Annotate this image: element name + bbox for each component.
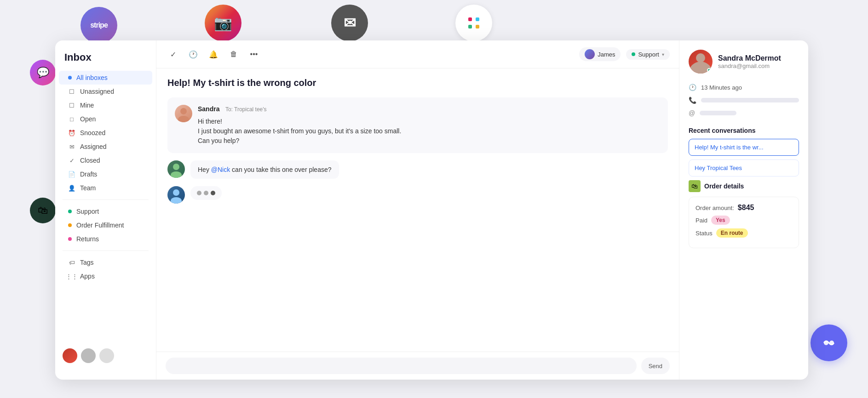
sender-name-1: Sandra To: Tropical tee's — [198, 105, 401, 113]
sidebar-divider — [63, 199, 149, 200]
send-button[interactable]: Send — [641, 358, 670, 374]
sidebar-item-all-inboxes[interactable]: All inboxes — [59, 71, 152, 85]
sidebar-item-unassigned[interactable]: ☐ Unassigned — [59, 85, 152, 98]
order-amount-value: $845 — [738, 204, 754, 212]
notification-button[interactable]: 🔔 — [206, 47, 221, 62]
agent-message-text-1: Hey @Nick can you take this one over ple… — [190, 160, 339, 179]
sidebar-item-tags[interactable]: 🏷 Tags — [59, 256, 152, 269]
user-avatar-1[interactable] — [63, 348, 77, 363]
assigned-icon: ✉ — [68, 143, 75, 150]
svg-point-8 — [173, 164, 179, 170]
sidebar-label-team: Team — [80, 184, 96, 192]
order-section-header: 🛍 Order details — [689, 180, 799, 192]
agent-avatar-2 — [167, 186, 185, 204]
conversation-card-2[interactable]: Hey Tropical Tees — [689, 159, 799, 176]
message-1-content: Sandra To: Tropical tee's Hi there! I ju… — [198, 105, 401, 146]
messenger-icon[interactable]: 💬 — [30, 60, 56, 85]
order-section-title: Order details — [704, 182, 744, 190]
sidebar-label-mine: Mine — [80, 102, 94, 109]
main-container: Inbox All inboxes ☐ Unassigned ☐ Mine □ … — [55, 40, 808, 380]
email-placeholder — [700, 111, 736, 115]
sidebar-divider-2 — [63, 250, 149, 251]
order-details-card: Order amount: $845 Paid Yes Status En ro… — [689, 197, 799, 248]
user-avatar-3[interactable] — [99, 348, 114, 363]
closed-icon: ✓ — [68, 157, 75, 164]
tag-label: Support — [638, 51, 659, 58]
contact-email-row: @ — [689, 107, 799, 119]
user-avatar-2[interactable] — [81, 348, 96, 363]
more-dots-icon: ••• — [250, 50, 258, 58]
order-paid-label: Paid — [696, 217, 707, 224]
conversation-card-2-label: Hey Tropical Tees — [695, 165, 742, 171]
contact-time-ago: 13 Minutes ago — [701, 84, 742, 91]
mention-nick: @Nick — [211, 166, 230, 173]
shopify-icon[interactable]: 🛍 — [30, 198, 56, 223]
sidebar-title: Inbox — [55, 51, 156, 71]
mine-icon: ☐ — [68, 102, 75, 109]
tag-selector[interactable]: Support ▾ — [626, 49, 670, 60]
contact-phone-row: 📞 — [689, 94, 799, 107]
contact-info: Sandra McDermot sandra@gmail.com — [718, 54, 781, 69]
sidebar-label-open: Open — [80, 115, 96, 123]
sidebar-item-apps[interactable]: ⋮⋮ Apps — [59, 269, 152, 283]
instagram-icon: 📷 — [205, 5, 241, 41]
phone-placeholder — [701, 98, 799, 102]
message-1-text: Hi there! I just bought an awesome t-shi… — [198, 117, 401, 146]
assignee-selector[interactable]: James — [579, 47, 621, 61]
message-bubble-1: Sandra To: Tropical tee's Hi there! I ju… — [167, 97, 668, 153]
email-icon: ✉ — [331, 5, 368, 41]
sidebar-item-snoozed[interactable]: ⏰ Snoozed — [59, 126, 152, 140]
order-paid-badge: Yes — [711, 216, 730, 225]
svg-point-13 — [696, 53, 705, 63]
order-status-label: Status — [696, 230, 713, 237]
agent-message-typing — [167, 186, 668, 204]
assignee-avatar — [585, 49, 595, 59]
sidebar-label-assigned: Assigned — [80, 143, 107, 150]
svg-point-9 — [171, 171, 182, 178]
contact-time-row: 🕐 13 Minutes ago — [689, 81, 799, 94]
tag-chevron-icon: ▾ — [662, 52, 664, 57]
tag-dot-icon — [632, 52, 635, 56]
sidebar-item-order-fulfillment[interactable]: Order Fulfillment — [59, 218, 152, 232]
sidebar: Inbox All inboxes ☐ Unassigned ☐ Mine □ … — [55, 40, 156, 380]
sidebar-label-returns: Returns — [76, 235, 99, 243]
at-icon: @ — [689, 109, 695, 117]
sidebar-item-drafts[interactable]: 📄 Drafts — [59, 167, 152, 181]
sidebar-item-support[interactable]: Support — [59, 205, 152, 218]
message-input[interactable] — [166, 358, 637, 374]
sidebar-item-team[interactable]: 👤 Team — [59, 181, 152, 195]
conversation-title: Help! My t-shirt is the wrong color — [167, 78, 668, 88]
sidebar-label-support: Support — [76, 208, 99, 215]
sidebar-label-order-fulfillment: Order Fulfillment — [76, 222, 124, 229]
sidebar-label-closed: Closed — [80, 157, 100, 164]
trash-button[interactable]: 🗑 — [226, 47, 241, 62]
alarm-button[interactable]: 🕐 — [186, 47, 201, 62]
sidebar-item-open[interactable]: □ Open — [59, 112, 152, 126]
sidebar-item-closed[interactable]: ✓ Closed — [59, 154, 152, 167]
sidebar-item-mine[interactable]: ☐ Mine — [59, 98, 152, 112]
open-icon: □ — [68, 115, 75, 123]
svg-point-10 — [173, 189, 179, 196]
chat-fab-button[interactable] — [811, 324, 847, 361]
contact-status-dot — [707, 68, 712, 73]
agent-message-1: Hey @Nick can you take this one over ple… — [167, 160, 668, 179]
slack-icon — [455, 5, 492, 41]
sidebar-label-snoozed: Snoozed — [80, 129, 105, 136]
assignee-name: James — [598, 51, 615, 58]
check-button[interactable]: ✓ — [166, 47, 180, 62]
clock-icon: 🕐 — [689, 84, 696, 91]
svg-rect-3 — [476, 25, 479, 28]
order-paid-row: Paid Yes — [696, 216, 792, 225]
contact-name: Sandra McDermot — [718, 54, 781, 63]
more-button[interactable]: ••• — [247, 47, 261, 62]
apps-icon: ⋮⋮ — [68, 273, 75, 280]
contact-email: sandra@gmail.com — [718, 63, 781, 69]
sidebar-item-assigned[interactable]: ✉ Assigned — [59, 140, 152, 154]
sidebar-item-returns[interactable]: Returns — [59, 232, 152, 246]
sidebar-label-all-inboxes: All inboxes — [76, 74, 108, 81]
conversation-card-1[interactable]: Help! My t-shirt is the wr... — [689, 139, 799, 156]
typing-indicator — [190, 186, 222, 200]
order-section: 🛍 Order details Order amount: $845 Paid … — [689, 180, 799, 248]
order-status-row: Status En route — [696, 228, 792, 238]
sidebar-label-drafts: Drafts — [80, 171, 97, 178]
